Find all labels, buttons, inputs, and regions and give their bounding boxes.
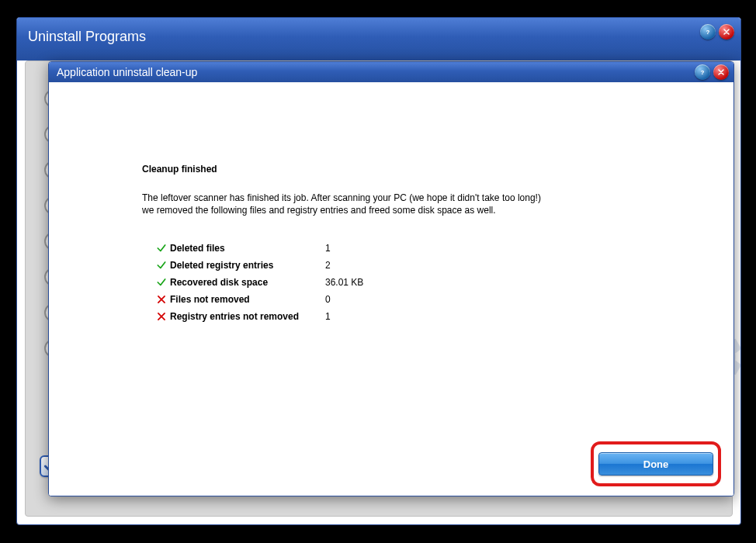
report-line1: The leftover scanner has finished its jo… xyxy=(142,192,541,203)
report-line2: we removed the following files and regis… xyxy=(142,205,496,216)
help-icon[interactable]: ? xyxy=(700,24,716,40)
cross-icon xyxy=(153,311,170,322)
check-icon xyxy=(153,243,170,254)
stats-list: Deleted files1Deleted registry entries2R… xyxy=(153,240,639,325)
cleanup-report: Cleanup finished The leftover scanner ha… xyxy=(142,164,639,325)
dialog-titlebar: Application uninstall clean-up ? xyxy=(49,62,733,82)
cleanup-dialog: Application uninstall clean-up ? Cleanup… xyxy=(48,61,734,496)
stat-row: Files not removed0 xyxy=(153,291,639,308)
cross-icon xyxy=(153,294,170,305)
report-description: The leftover scanner has finished its jo… xyxy=(142,192,639,216)
stat-value: 2 xyxy=(325,260,331,271)
stat-label: Recovered disk space xyxy=(170,277,325,288)
done-button[interactable]: Done xyxy=(598,452,713,476)
stat-row: Deleted registry entries2 xyxy=(153,257,639,274)
stat-label: Registry entries not removed xyxy=(170,311,325,322)
done-highlight: Done xyxy=(591,441,721,486)
stat-row: Recovered disk space36.01 KB xyxy=(153,274,639,291)
stat-label: Deleted files xyxy=(170,243,325,254)
dialog-body: Cleanup finished The leftover scanner ha… xyxy=(49,82,733,496)
check-icon xyxy=(153,277,170,288)
close-icon[interactable] xyxy=(713,64,729,80)
stat-value: 0 xyxy=(325,294,331,305)
help-icon[interactable]: ? xyxy=(695,64,710,80)
stat-label: Files not removed xyxy=(170,294,325,305)
stat-row: Registry entries not removed1 xyxy=(153,308,639,325)
check-icon xyxy=(153,260,170,271)
svg-text:?: ? xyxy=(706,29,710,36)
stat-value: 36.01 KB xyxy=(325,277,363,288)
close-icon[interactable] xyxy=(719,24,734,40)
back-window-title: Uninstall Programs xyxy=(28,29,146,45)
dialog-title: Application uninstall clean-up xyxy=(57,66,197,78)
stat-value: 1 xyxy=(325,243,331,254)
report-heading: Cleanup finished xyxy=(142,164,639,175)
svg-text:?: ? xyxy=(701,69,705,76)
stat-value: 1 xyxy=(325,311,331,322)
stat-label: Deleted registry entries xyxy=(170,260,325,271)
back-window-titlebar: Uninstall Programs ? xyxy=(17,18,740,61)
stat-row: Deleted files1 xyxy=(153,240,639,257)
